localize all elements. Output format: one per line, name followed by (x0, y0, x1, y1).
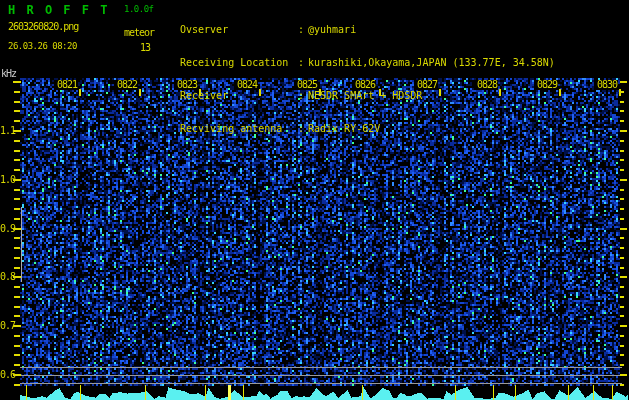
meteor-count: 13 (140, 43, 150, 53)
info-row-location: Receiving Location:kurashiki,Okayama,JAP… (180, 58, 555, 71)
time-tick-label: 0826 (352, 80, 376, 90)
freq-tick-label: 0.7 (0, 321, 13, 331)
info-value: Radix RY-62V (308, 123, 380, 134)
time-tick-label: 0823 (174, 80, 198, 90)
output-filename: 2603260820.png (8, 22, 78, 32)
freq-tick-label: 0.6 (0, 370, 13, 380)
app-version: 1.0.0f (124, 5, 154, 14)
freq-tick-label: 0.8 (0, 272, 13, 282)
info-separator: : (298, 91, 308, 101)
info-value: NESDR SMArt + HDSDR (308, 90, 422, 101)
freq-tick-label: 0.9 (0, 224, 13, 234)
info-label: Recviving antenna (180, 124, 298, 134)
time-tick-label: 0829 (534, 80, 558, 90)
freq-tick-label: 1.0 (0, 175, 13, 185)
time-tick-label: 0830 (594, 80, 618, 90)
time-tick-label: 0821 (54, 80, 78, 90)
time-tick-label: 0822 (114, 80, 138, 90)
freq-tick-label: 1.1 (0, 126, 13, 136)
info-separator: : (298, 58, 308, 68)
frame-datetime: 26.03.26 08:20 (8, 42, 77, 51)
info-label: Ovserver (180, 25, 298, 35)
freq-axis-unit: kHz (1, 69, 16, 79)
time-tick-label: 0828 (474, 80, 498, 90)
hrofft-window: H R O F F T 1.0.0f 2603260820.png meteor… (0, 0, 629, 400)
time-tick-label: 0827 (414, 80, 438, 90)
info-label: Receiving Location (180, 58, 298, 68)
mode-label: meteor (124, 28, 154, 38)
time-tick-label: 0824 (234, 80, 258, 90)
app-title: H R O F F T (8, 4, 109, 16)
time-tick-label: 0825 (294, 80, 318, 90)
info-value: @yuhmari (308, 24, 356, 35)
info-row-receiver: Receiver:NESDR SMArt + HDSDR (180, 91, 555, 104)
info-separator: : (298, 25, 308, 35)
info-value: kurashiki,Okayama,JAPAN (133.77E, 34.58N… (308, 57, 555, 68)
info-row-antenna: Recviving antenna:Radix RY-62V (180, 124, 555, 137)
info-label: Receiver (180, 91, 298, 101)
info-row-observer: Ovserver:@yuhmari (180, 25, 555, 38)
info-separator: : (298, 124, 308, 134)
